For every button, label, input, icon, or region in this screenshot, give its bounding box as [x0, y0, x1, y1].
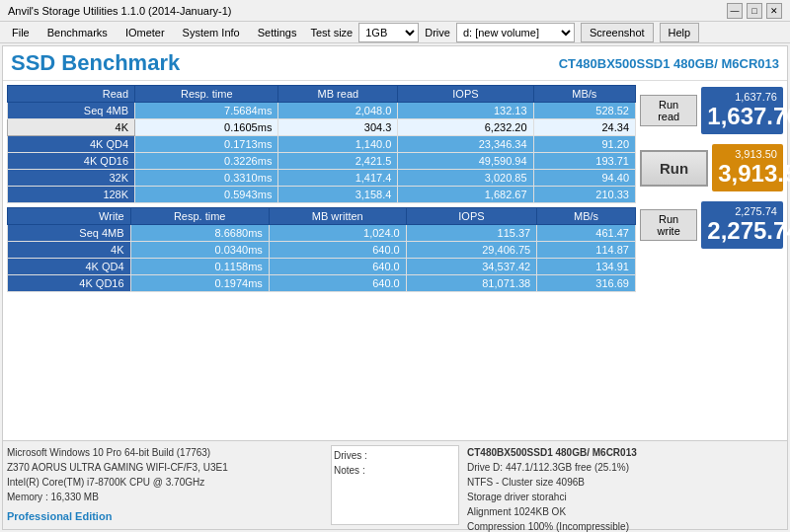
- read-row-cell: 2,048.0: [278, 103, 398, 119]
- read-row-label: 4K QD16: [8, 153, 135, 170]
- read-header-mb: MB read: [278, 86, 398, 103]
- write-row-cell: 81,071.38: [406, 275, 536, 292]
- drive-driver-line: Storage driver storahci: [467, 490, 783, 504]
- drive-info: CT480BX500SSD1 480GB/ M6CR013 Drive D: 4…: [467, 445, 783, 525]
- menu-settings[interactable]: Settings: [250, 25, 305, 40]
- read-row-cell: 2,421.5: [278, 153, 398, 170]
- drives-label: Drives :: [334, 448, 456, 463]
- drive-select[interactable]: d: [new volume]: [456, 23, 575, 42]
- write-row-cell: 0.0340ms: [130, 242, 269, 259]
- menu-sysinfo[interactable]: System Info: [175, 25, 248, 40]
- menu-file[interactable]: File: [4, 25, 38, 40]
- memory-info: Memory : 16,330 MB: [7, 490, 323, 504]
- read-row-cell: 304.3: [278, 119, 398, 136]
- read-row-cell: 49,590.94: [398, 153, 533, 170]
- drive-model-line: CT480BX500SSD1 480GB/ M6CR013: [467, 445, 783, 460]
- read-row-label: 4K QD4: [8, 136, 135, 153]
- read-row-cell: 210.33: [533, 187, 635, 203]
- test-size-select[interactable]: 1GB 512MB 256MB: [358, 23, 419, 42]
- read-header-label: Read: [8, 86, 135, 103]
- main-content: SSD Benchmark CT480BX500SSD1 480GB/ M6CR…: [2, 45, 788, 530]
- write-header-mbs: MB/s: [537, 208, 636, 225]
- read-row-cell: 1,682.67: [398, 187, 533, 203]
- write-header-iops: IOPS: [406, 208, 536, 225]
- drive-label: Drive: [425, 27, 450, 38]
- total-score-box: 3,913.50 3,913.50: [712, 144, 783, 191]
- read-score-row: Run read 1,637.76 1,637.76: [640, 87, 783, 134]
- read-row-label: 4K: [8, 119, 135, 136]
- title-bar-buttons: — □ ✕: [727, 3, 782, 19]
- write-row-cell: 114.87: [537, 242, 636, 259]
- screenshot-button[interactable]: Screenshot: [581, 23, 654, 42]
- read-row-cell: 132.13: [398, 103, 533, 119]
- help-button[interactable]: Help: [660, 23, 700, 42]
- cpu-info: Intel(R) Core(TM) i7-8700K CPU @ 3.70GHz: [7, 475, 323, 490]
- write-header-resp: Resp. time: [130, 208, 269, 225]
- read-row-cell: 7.5684ms: [135, 103, 278, 119]
- write-score-box: 2,275.74 2,275.74: [701, 201, 783, 249]
- write-row-cell: 640.0: [269, 259, 406, 275]
- write-row-label: 4K: [8, 242, 131, 259]
- menu-bar: File Benchmarks IOmeter System Info Sett…: [0, 22, 790, 43]
- total-score-large: 3,913.50: [718, 160, 777, 188]
- minimize-button[interactable]: —: [727, 3, 743, 19]
- run-read-button[interactable]: Run read: [640, 95, 697, 126]
- bottom-bar: Microsoft Windows 10 Pro 64-bit Build (1…: [3, 440, 787, 529]
- write-row-cell: 29,406.75: [406, 242, 536, 259]
- read-header-mbs: MB/s: [533, 86, 635, 103]
- write-row-cell: 115.37: [406, 225, 536, 242]
- os-info: Microsoft Windows 10 Pro 64-bit Build (1…: [7, 445, 323, 460]
- total-score-small: 3,913.50: [718, 148, 777, 160]
- write-row-cell: 461.47: [537, 225, 636, 242]
- mb-info: Z370 AORUS ULTRA GAMING WIFI-CF/F3, U3E1: [7, 460, 323, 475]
- bench-title: SSD Benchmark: [11, 50, 180, 76]
- maximize-button[interactable]: □: [747, 3, 762, 19]
- right-panel: Run read 1,637.76 1,637.76 Run 3,913.50 …: [640, 85, 783, 436]
- drive-fs-line: NTFS - Cluster size 4096B: [467, 475, 783, 490]
- read-row-cell: 3,020.85: [398, 170, 533, 187]
- read-score-small: 1,637.76: [707, 91, 777, 103]
- read-row-label: 32K: [8, 170, 135, 187]
- test-size-label: Test size: [310, 27, 353, 38]
- run-write-button[interactable]: Run write: [640, 209, 697, 241]
- write-score-row: Run write 2,275.74 2,275.74: [640, 201, 783, 249]
- pro-edition-label: Professional Edition: [7, 508, 323, 525]
- read-row-cell: 528.52: [533, 103, 635, 119]
- read-row-cell: 1,140.0: [278, 136, 398, 153]
- read-row-cell: 0.3226ms: [135, 153, 278, 170]
- read-header-iops: IOPS: [398, 86, 533, 103]
- write-row-cell: 34,537.42: [406, 259, 536, 275]
- menu-benchmarks[interactable]: Benchmarks: [40, 25, 116, 40]
- notes-section: Drives : Notes :: [331, 445, 459, 525]
- read-header-resp: Resp. time: [135, 86, 278, 103]
- write-header-mb: MB written: [269, 208, 406, 225]
- write-row-cell: 640.0: [269, 242, 406, 259]
- bench-header: SSD Benchmark CT480BX500SSD1 480GB/ M6CR…: [3, 46, 787, 81]
- menu-iometer[interactable]: IOmeter: [118, 25, 173, 40]
- write-row-label: Seq 4MB: [8, 225, 131, 242]
- read-row-cell: 94.40: [533, 170, 635, 187]
- write-score-large: 2,275.74: [707, 217, 777, 245]
- toolbar: Test size 1GB 512MB 256MB Drive d: [new …: [310, 23, 699, 42]
- read-row-cell: 0.1713ms: [135, 136, 278, 153]
- write-row-cell: 0.1158ms: [130, 259, 269, 275]
- read-row-cell: 0.5943ms: [135, 187, 278, 203]
- write-header-label: Write: [8, 208, 131, 225]
- read-row-cell: 24.34: [533, 119, 635, 136]
- write-row-cell: 1,024.0: [269, 225, 406, 242]
- notes-label: Notes :: [334, 463, 456, 478]
- read-row-cell: 1,417.4: [278, 170, 398, 187]
- run-main-button[interactable]: Run: [640, 150, 708, 187]
- bench-area: Read Resp. time MB read IOPS MB/s Seq 4M…: [3, 81, 787, 440]
- read-row-label: 128K: [8, 187, 135, 203]
- write-row-label: 4K QD16: [8, 275, 131, 292]
- read-score-large: 1,637.76: [707, 103, 777, 130]
- bench-tables: Read Resp. time MB read IOPS MB/s Seq 4M…: [7, 85, 636, 436]
- read-row-cell: 91.20: [533, 136, 635, 153]
- read-score-box: 1,637.76 1,637.76: [701, 87, 783, 134]
- total-score-row: Run 3,913.50 3,913.50: [640, 144, 783, 191]
- close-button[interactable]: ✕: [766, 3, 782, 19]
- read-row-cell: 23,346.34: [398, 136, 533, 153]
- write-row-cell: 8.6680ms: [130, 225, 269, 242]
- read-row-cell: 193.71: [533, 153, 635, 170]
